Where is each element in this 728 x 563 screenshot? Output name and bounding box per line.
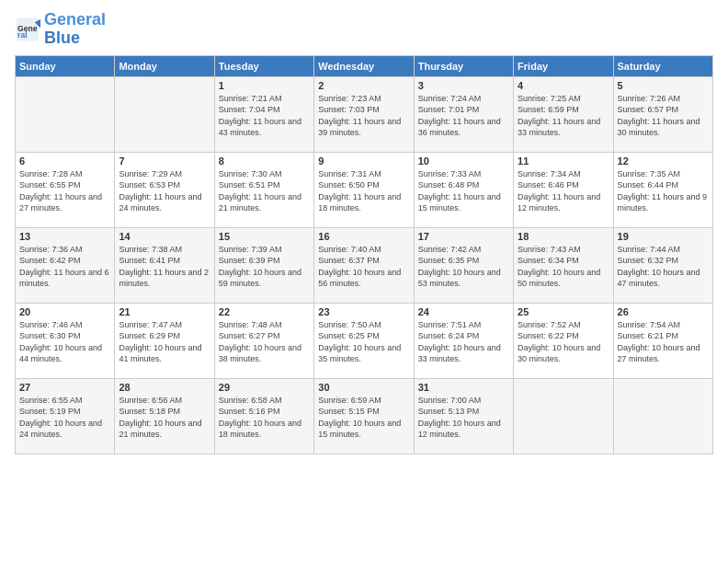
day-info: Sunrise: 7:44 AM Sunset: 6:32 PM Dayligh… — [618, 244, 709, 290]
day-number: 14 — [119, 231, 210, 242]
day-number: 17 — [418, 231, 509, 242]
calendar-cell: 6Sunrise: 7:28 AM Sunset: 6:55 PM Daylig… — [16, 152, 115, 227]
calendar-cell: 14Sunrise: 7:38 AM Sunset: 6:41 PM Dayli… — [115, 227, 214, 303]
calendar-cell: 19Sunrise: 7:44 AM Sunset: 6:32 PM Dayli… — [613, 227, 712, 303]
day-info: Sunrise: 7:35 AM Sunset: 6:44 PM Dayligh… — [618, 168, 709, 214]
day-number: 24 — [418, 306, 509, 317]
day-number: 19 — [618, 231, 709, 242]
day-number: 6 — [19, 155, 110, 167]
day-number: 15 — [219, 231, 310, 242]
weekday-header: Sunday — [16, 55, 115, 76]
day-number: 9 — [318, 155, 409, 167]
page: Gene ral General Blue SundayMondayTuesda… — [0, 0, 728, 563]
day-number: 11 — [518, 155, 609, 167]
day-info: Sunrise: 7:30 AM Sunset: 6:51 PM Dayligh… — [219, 168, 310, 214]
day-number: 1 — [219, 80, 310, 91]
day-info: Sunrise: 7:42 AM Sunset: 6:35 PM Dayligh… — [418, 244, 509, 290]
day-number: 16 — [318, 231, 409, 242]
day-number: 13 — [19, 231, 110, 242]
calendar-cell: 20Sunrise: 7:46 AM Sunset: 6:30 PM Dayli… — [16, 303, 115, 378]
day-number: 18 — [518, 231, 609, 242]
calendar-week-row: 13Sunrise: 7:36 AM Sunset: 6:42 PM Dayli… — [16, 227, 713, 303]
calendar-cell: 15Sunrise: 7:39 AM Sunset: 6:39 PM Dayli… — [214, 227, 313, 303]
logo: Gene ral General Blue — [15, 11, 106, 48]
calendar-cell: 27Sunrise: 6:55 AM Sunset: 5:19 PM Dayli… — [16, 378, 115, 454]
calendar-cell: 3Sunrise: 7:24 AM Sunset: 7:01 PM Daylig… — [414, 76, 513, 152]
day-number: 26 — [618, 306, 709, 317]
day-number: 29 — [219, 382, 310, 393]
day-info: Sunrise: 7:26 AM Sunset: 6:57 PM Dayligh… — [618, 93, 709, 139]
day-number: 22 — [219, 306, 310, 317]
day-number: 8 — [219, 155, 310, 167]
day-number: 30 — [318, 382, 409, 393]
day-number: 3 — [418, 80, 509, 91]
day-number: 31 — [418, 382, 509, 393]
day-info: Sunrise: 6:56 AM Sunset: 5:18 PM Dayligh… — [119, 395, 210, 441]
day-number: 25 — [518, 306, 609, 317]
calendar-week-row: 6Sunrise: 7:28 AM Sunset: 6:55 PM Daylig… — [16, 152, 713, 227]
calendar-cell: 17Sunrise: 7:42 AM Sunset: 6:35 PM Dayli… — [414, 227, 513, 303]
weekday-header: Tuesday — [214, 55, 313, 76]
day-info: Sunrise: 7:38 AM Sunset: 6:41 PM Dayligh… — [119, 244, 210, 290]
calendar-cell: 4Sunrise: 7:25 AM Sunset: 6:59 PM Daylig… — [514, 76, 613, 152]
calendar-cell — [514, 378, 613, 454]
weekday-header: Friday — [514, 55, 613, 76]
day-info: Sunrise: 7:24 AM Sunset: 7:01 PM Dayligh… — [418, 93, 509, 139]
weekday-header: Thursday — [414, 55, 513, 76]
calendar-week-row: 20Sunrise: 7:46 AM Sunset: 6:30 PM Dayli… — [16, 303, 713, 378]
calendar-cell: 7Sunrise: 7:29 AM Sunset: 6:53 PM Daylig… — [115, 152, 214, 227]
calendar-cell: 30Sunrise: 6:59 AM Sunset: 5:15 PM Dayli… — [314, 378, 414, 454]
day-number: 4 — [518, 80, 609, 91]
calendar-week-row: 27Sunrise: 6:55 AM Sunset: 5:19 PM Dayli… — [16, 378, 713, 454]
weekday-header: Monday — [115, 55, 214, 76]
calendar-cell: 23Sunrise: 7:50 AM Sunset: 6:25 PM Dayli… — [314, 303, 414, 378]
day-info: Sunrise: 7:23 AM Sunset: 7:03 PM Dayligh… — [318, 93, 409, 139]
calendar-cell: 24Sunrise: 7:51 AM Sunset: 6:24 PM Dayli… — [414, 303, 513, 378]
weekday-header: Saturday — [613, 55, 712, 76]
calendar-cell: 8Sunrise: 7:30 AM Sunset: 6:51 PM Daylig… — [214, 152, 313, 227]
day-info: Sunrise: 7:40 AM Sunset: 6:37 PM Dayligh… — [318, 244, 409, 290]
weekday-header: Wednesday — [314, 55, 414, 76]
day-info: Sunrise: 7:33 AM Sunset: 6:48 PM Dayligh… — [418, 168, 509, 214]
calendar-cell: 29Sunrise: 6:58 AM Sunset: 5:16 PM Dayli… — [214, 378, 313, 454]
day-info: Sunrise: 7:46 AM Sunset: 6:30 PM Dayligh… — [19, 319, 110, 365]
calendar-cell: 5Sunrise: 7:26 AM Sunset: 6:57 PM Daylig… — [613, 76, 712, 152]
day-info: Sunrise: 6:59 AM Sunset: 5:15 PM Dayligh… — [318, 395, 409, 441]
day-info: Sunrise: 7:36 AM Sunset: 6:42 PM Dayligh… — [19, 244, 110, 290]
calendar-cell: 16Sunrise: 7:40 AM Sunset: 6:37 PM Dayli… — [314, 227, 414, 303]
day-info: Sunrise: 6:55 AM Sunset: 5:19 PM Dayligh… — [19, 395, 110, 441]
calendar-cell — [613, 378, 712, 454]
calendar-cell: 28Sunrise: 6:56 AM Sunset: 5:18 PM Dayli… — [115, 378, 214, 454]
calendar-cell: 31Sunrise: 7:00 AM Sunset: 5:13 PM Dayli… — [414, 378, 513, 454]
day-number: 21 — [119, 306, 210, 317]
calendar-cell — [16, 76, 115, 152]
day-info: Sunrise: 6:58 AM Sunset: 5:16 PM Dayligh… — [219, 395, 310, 441]
logo-icon: Gene ral — [15, 17, 40, 42]
day-number: 23 — [318, 306, 409, 317]
weekday-header-row: SundayMondayTuesdayWednesdayThursdayFrid… — [16, 55, 713, 76]
svg-text:ral: ral — [17, 30, 27, 40]
calendar-cell: 26Sunrise: 7:54 AM Sunset: 6:21 PM Dayli… — [613, 303, 712, 378]
day-info: Sunrise: 7:52 AM Sunset: 6:22 PM Dayligh… — [518, 319, 609, 365]
day-number: 7 — [119, 155, 210, 167]
calendar-cell: 2Sunrise: 7:23 AM Sunset: 7:03 PM Daylig… — [314, 76, 414, 152]
calendar-cell: 10Sunrise: 7:33 AM Sunset: 6:48 PM Dayli… — [414, 152, 513, 227]
day-info: Sunrise: 7:34 AM Sunset: 6:46 PM Dayligh… — [518, 168, 609, 214]
day-info: Sunrise: 7:43 AM Sunset: 6:34 PM Dayligh… — [518, 244, 609, 290]
calendar-cell: 22Sunrise: 7:48 AM Sunset: 6:27 PM Dayli… — [214, 303, 313, 378]
header: Gene ral General Blue — [15, 11, 713, 48]
day-info: Sunrise: 7:51 AM Sunset: 6:24 PM Dayligh… — [418, 319, 509, 365]
day-number: 10 — [418, 155, 509, 167]
logo-text: General Blue — [44, 11, 106, 48]
day-info: Sunrise: 7:48 AM Sunset: 6:27 PM Dayligh… — [219, 319, 310, 365]
day-number: 5 — [618, 80, 709, 91]
day-info: Sunrise: 7:25 AM Sunset: 6:59 PM Dayligh… — [518, 93, 609, 139]
day-info: Sunrise: 7:21 AM Sunset: 7:04 PM Dayligh… — [219, 93, 310, 139]
calendar-cell: 25Sunrise: 7:52 AM Sunset: 6:22 PM Dayli… — [514, 303, 613, 378]
day-info: Sunrise: 7:29 AM Sunset: 6:53 PM Dayligh… — [119, 168, 210, 214]
day-info: Sunrise: 7:28 AM Sunset: 6:55 PM Dayligh… — [19, 168, 110, 214]
day-info: Sunrise: 7:50 AM Sunset: 6:25 PM Dayligh… — [318, 319, 409, 365]
calendar-cell — [115, 76, 214, 152]
calendar-cell: 18Sunrise: 7:43 AM Sunset: 6:34 PM Dayli… — [514, 227, 613, 303]
day-info: Sunrise: 7:00 AM Sunset: 5:13 PM Dayligh… — [418, 395, 509, 441]
